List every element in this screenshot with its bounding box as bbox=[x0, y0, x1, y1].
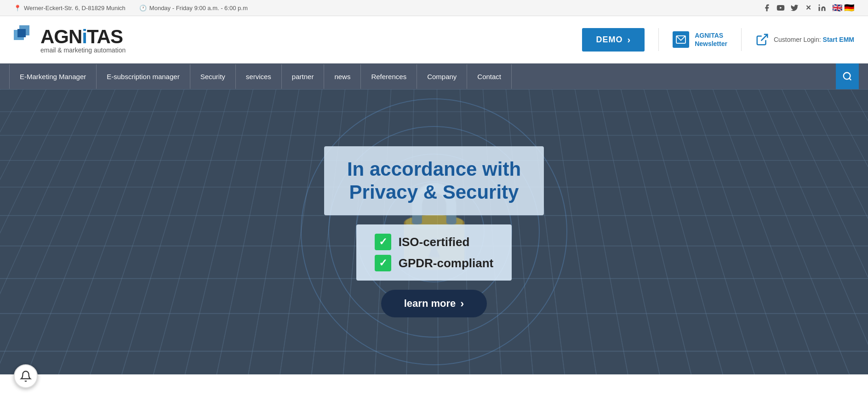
nav-items: E-Marketing Manager E-subscription manag… bbox=[9, 64, 836, 89]
nav-item-references[interactable]: References bbox=[361, 64, 417, 89]
demo-arrow-icon: › bbox=[627, 34, 631, 45]
header: AGNiTAS email & marketing automation DEM… bbox=[0, 16, 868, 63]
clock-icon: 🕐 bbox=[139, 5, 147, 11]
login-text: Customer Login: Start EMM bbox=[774, 36, 854, 43]
newsletter-label: AGNITAS Newsletter bbox=[695, 31, 727, 48]
nav-item-partner[interactable]: partner bbox=[282, 64, 325, 89]
de-flag[interactable]: 🇩🇪 bbox=[844, 3, 854, 13]
twitter-icon[interactable] bbox=[790, 3, 799, 12]
nav-item-security[interactable]: Security bbox=[190, 64, 236, 89]
hero-headline: In accordance with Privacy & Security bbox=[324, 146, 544, 216]
nav-item-esubscription[interactable]: E-subscription manager bbox=[97, 64, 190, 89]
svg-point-7 bbox=[844, 73, 851, 80]
nav-item-news[interactable]: news bbox=[324, 64, 361, 89]
search-button[interactable] bbox=[836, 63, 859, 89]
customer-login[interactable]: Customer Login: Start EMM bbox=[755, 33, 854, 46]
bell-icon bbox=[20, 370, 32, 374]
x-icon[interactable]: ✕ bbox=[804, 3, 813, 12]
check-icon-1: ✓ bbox=[375, 234, 391, 250]
header-right: DEMO › AGNITAS Newsletter bbox=[582, 28, 854, 52]
nav-item-emarketing[interactable]: E-Marketing Manager bbox=[9, 64, 97, 89]
top-bar-contact: 📍 Werner-Eckert-Str. 6, D-81829 Munich 🕐… bbox=[14, 5, 248, 11]
demo-button[interactable]: DEMO › bbox=[582, 28, 645, 52]
logo-title: AGNiTAS bbox=[14, 25, 126, 48]
search-icon bbox=[842, 71, 852, 81]
hero-section: 🔒 In accordance with Privacy & Security … bbox=[0, 89, 868, 374]
separator-1 bbox=[658, 28, 659, 51]
address-info: 📍 Werner-Eckert-Str. 6, D-81829 Munich bbox=[14, 5, 126, 11]
svg-rect-4 bbox=[17, 29, 26, 37]
logo-subtitle: email & marketing automation bbox=[40, 46, 126, 54]
nav-item-contact[interactable]: Contact bbox=[467, 64, 512, 89]
hero-badge-gdpr: ✓ GPDR-compliant bbox=[375, 255, 494, 271]
newsletter-area[interactable]: AGNITAS Newsletter bbox=[673, 31, 727, 48]
logo-area[interactable]: AGNiTAS email & marketing automation bbox=[14, 25, 126, 54]
svg-line-8 bbox=[849, 78, 851, 80]
pin-icon: 📍 bbox=[14, 5, 21, 11]
nav-bar: E-Marketing Manager E-subscription manag… bbox=[0, 63, 868, 89]
youtube-icon[interactable] bbox=[776, 3, 785, 12]
cta-arrow-icon: › bbox=[460, 297, 464, 310]
social-icons: ✕ bbox=[762, 3, 827, 12]
mail-icon bbox=[673, 31, 689, 48]
hero-cta-button[interactable]: learn more › bbox=[381, 290, 487, 317]
facebook-icon[interactable] bbox=[762, 3, 771, 12]
separator-2 bbox=[741, 28, 742, 51]
nav-item-company[interactable]: Company bbox=[417, 64, 467, 89]
logo-icon bbox=[14, 25, 37, 48]
uk-flag[interactable]: 🇬🇧 bbox=[832, 3, 842, 13]
hero-headline-text: In accordance with Privacy & Security bbox=[347, 158, 521, 204]
external-link-icon bbox=[755, 33, 769, 46]
hours-info: 🕐 Monday - Friday 9:00 a.m. - 6:00 p.m bbox=[139, 5, 248, 11]
hero-content: In accordance with Privacy & Security ✓ … bbox=[324, 146, 544, 318]
hero-badge-iso: ✓ ISO-certified bbox=[375, 234, 494, 250]
logo-text: AGNiTAS bbox=[40, 26, 123, 48]
svg-line-6 bbox=[761, 34, 767, 41]
hero-badges: ✓ ISO-certified ✓ GPDR-compliant bbox=[356, 224, 512, 281]
language-flags: 🇬🇧 🇩🇪 bbox=[832, 3, 854, 13]
check-icon-2: ✓ bbox=[375, 255, 391, 271]
svg-point-1 bbox=[819, 5, 820, 6]
top-bar-right: ✕ 🇬🇧 🇩🇪 bbox=[762, 3, 854, 13]
top-bar: 📍 Werner-Eckert-Str. 6, D-81829 Munich 🕐… bbox=[0, 0, 868, 16]
nav-item-services[interactable]: services bbox=[236, 64, 282, 89]
linkedin-icon[interactable] bbox=[817, 3, 827, 12]
